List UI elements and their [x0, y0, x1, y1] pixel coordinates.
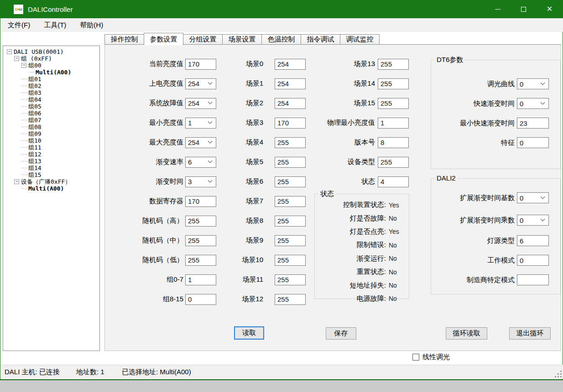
- scene-10-input[interactable]: [275, 255, 306, 266]
- scene-2-input[interactable]: [275, 98, 306, 109]
- fade-time-combo[interactable]: 3: [185, 176, 216, 187]
- tree-item-group08[interactable]: 组08: [3, 124, 99, 130]
- scene-11-input[interactable]: [275, 274, 306, 285]
- max-brightness-combo[interactable]: 254: [185, 137, 216, 148]
- version-number-input[interactable]: [378, 137, 409, 148]
- collapse-icon[interactable]: −: [14, 179, 19, 184]
- tree-item-group06[interactable]: 组06: [3, 110, 99, 117]
- tree-item-group13[interactable]: 组13: [3, 158, 99, 165]
- field-group-8-15: 组8-15: [118, 289, 216, 309]
- group-8-15-input[interactable]: [185, 294, 216, 305]
- random-code-low-input[interactable]: [185, 255, 216, 266]
- menu-file[interactable]: 文件(F): [1, 18, 37, 32]
- tree-item-group09[interactable]: 组09: [3, 130, 99, 137]
- system-failure-combo[interactable]: 254: [185, 98, 216, 109]
- random-code-high-input[interactable]: [185, 216, 216, 227]
- chevron-down-icon: [208, 178, 213, 183]
- scene-12-input[interactable]: [275, 294, 306, 305]
- device-tree[interactable]: −DALI USB(0001) −组 (0xFF) −组00 Multi(A00…: [3, 46, 100, 351]
- checkbox-icon[interactable]: [412, 354, 419, 361]
- power-on-brightness-combo[interactable]: 254: [185, 78, 216, 89]
- tree-item-group02[interactable]: 组02: [3, 83, 99, 89]
- ext-fade-time-base-combo[interactable]: 0: [517, 192, 549, 203]
- current-brightness-input[interactable]: [185, 59, 216, 70]
- tab-debug-monitor[interactable]: 调试监控: [340, 34, 380, 45]
- save-button[interactable]: 保存: [326, 327, 356, 340]
- ext-fade-time-multiplier-combo[interactable]: 0: [517, 215, 549, 226]
- collapse-icon[interactable]: −: [14, 56, 19, 61]
- status-row-control-gear: 控制装置状态:Yes: [315, 198, 409, 211]
- device-type-input[interactable]: [378, 157, 409, 168]
- loop-read-button[interactable]: 循环读取: [446, 327, 487, 340]
- tab-grouping-settings[interactable]: 分组设置: [183, 34, 223, 45]
- maximize-button[interactable]: [511, 0, 537, 18]
- scene-7-input[interactable]: [275, 196, 306, 207]
- min-brightness-combo[interactable]: 1: [185, 118, 216, 129]
- data-register-input[interactable]: [185, 196, 216, 207]
- scene-4-input[interactable]: [275, 137, 306, 148]
- field-scene-3: 场景3: [220, 113, 306, 133]
- tree-item-multi-2[interactable]: Multi(A00): [3, 185, 99, 192]
- field-fast-fade-time: 快速渐变时间0: [431, 97, 549, 110]
- exit-loop-button[interactable]: 退出循环: [509, 327, 551, 340]
- scene-6-input[interactable]: [275, 176, 306, 187]
- physical-min-brightness-input[interactable]: [378, 118, 409, 129]
- scene-14-input[interactable]: [378, 78, 409, 89]
- scene-5-input[interactable]: [275, 157, 306, 168]
- field-scene-14: 场景14: [320, 74, 409, 93]
- tree-item-group14[interactable]: 组14: [3, 165, 99, 171]
- field-scene-11: 场景11: [220, 270, 306, 289]
- features-input[interactable]: [517, 137, 549, 148]
- scene-1-input[interactable]: [275, 78, 306, 89]
- status-value: No: [389, 255, 397, 262]
- linear-dimming-checkbox[interactable]: 线性调光: [412, 352, 450, 361]
- scene-9-input[interactable]: [275, 235, 306, 246]
- tree-item-group-ff[interactable]: −组 (0xFF): [3, 55, 99, 62]
- tree-item-group01[interactable]: 组01: [3, 76, 99, 83]
- tree-item-group03[interactable]: 组03: [3, 89, 99, 96]
- field-power-on-brightness: 上电亮度值254: [118, 74, 216, 93]
- min-fast-fade-time-input[interactable]: [517, 118, 549, 129]
- tab-scene-settings[interactable]: 场景设置: [222, 34, 262, 45]
- minimize-button[interactable]: [485, 0, 511, 18]
- tree-item-group04[interactable]: 组04: [3, 96, 99, 103]
- tree-item-group10[interactable]: 组10: [3, 137, 99, 144]
- collapse-icon[interactable]: −: [21, 63, 26, 68]
- tab-command-debug[interactable]: 指令调试: [301, 34, 340, 45]
- tree-item-group12[interactable]: 组12: [3, 151, 99, 158]
- dimming-curve-combo[interactable]: 0: [517, 78, 549, 89]
- tree-connector: [21, 79, 28, 79]
- scene-15-input[interactable]: [378, 98, 409, 109]
- light-source-type-input[interactable]: [517, 235, 549, 246]
- menu-tools[interactable]: 工具(T): [37, 18, 73, 32]
- field-manufacturer-specific-mode: 制造商特定模式: [431, 273, 549, 286]
- menu-help[interactable]: 帮助(H): [73, 18, 110, 32]
- status-input[interactable]: [378, 176, 409, 187]
- tree-item-group05[interactable]: 组05: [3, 103, 99, 110]
- group-0-7-input[interactable]: [185, 274, 216, 285]
- tree-item-group00[interactable]: −组00: [3, 62, 99, 69]
- resize-grip[interactable]: [560, 376, 562, 377]
- tab-color-temp-control[interactable]: 色温控制: [261, 34, 301, 45]
- menu-bar: 文件(F) 工具(T) 帮助(H): [1, 18, 563, 32]
- tree-item-group11[interactable]: 组11: [3, 144, 99, 151]
- scene-8-input[interactable]: [275, 216, 306, 227]
- fast-fade-time-combo[interactable]: 0: [517, 98, 549, 109]
- fade-rate-combo[interactable]: 6: [185, 157, 216, 168]
- tree-item-multi[interactable]: Multi(A00): [3, 69, 99, 76]
- tree-item-group07[interactable]: 组07: [3, 117, 99, 124]
- operating-mode-input[interactable]: [517, 255, 549, 266]
- tab-operation-control[interactable]: 操作控制: [104, 34, 144, 45]
- scene-0-input[interactable]: [275, 59, 306, 70]
- scene-13-input[interactable]: [378, 59, 409, 70]
- scene-3-input[interactable]: [275, 118, 306, 129]
- manufacturer-specific-mode-input[interactable]: [517, 274, 549, 285]
- random-code-mid-input[interactable]: [185, 235, 216, 246]
- close-icon: ✕: [547, 5, 553, 13]
- close-button[interactable]: ✕: [537, 0, 563, 18]
- tree-item-device-broadcast[interactable]: −设备（广播0xFF）: [3, 178, 99, 185]
- tab-parameter-settings[interactable]: 参数设置: [144, 33, 183, 45]
- collapse-icon[interactable]: −: [7, 49, 12, 54]
- status-value: Yes: [389, 201, 399, 209]
- read-button[interactable]: 读取: [234, 326, 264, 340]
